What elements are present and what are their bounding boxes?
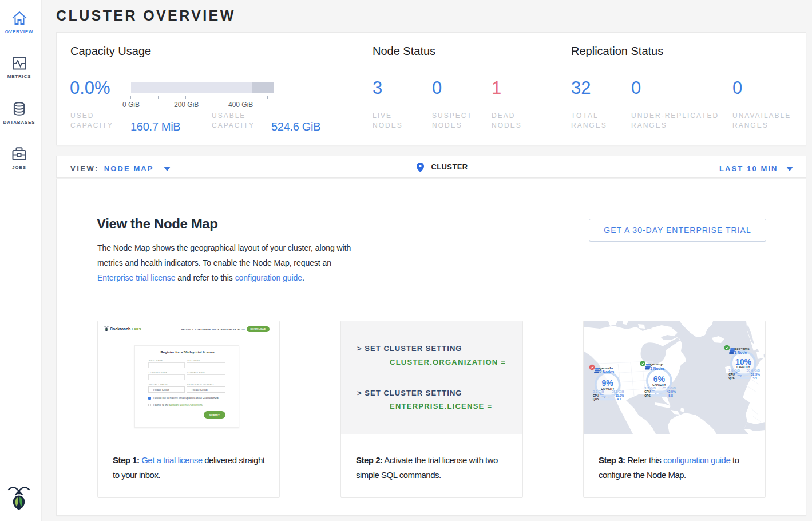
svg-text:4.7: 4.7 [617,397,621,401]
svg-text:5.8: 5.8 [668,394,673,397]
svg-text:2 Nodes: 2 Nodes [600,370,615,374]
svg-text:CPU: CPU [644,390,651,393]
svg-text:65.7 GiB: 65.7 GiB [663,386,676,390]
svg-text:52.3%: 52.3% [751,373,760,376]
svg-text:42.5%: 42.5% [667,390,676,393]
svg-text:3.6 GiB: 3.6 GiB [728,369,740,372]
svg-text:351 GiB: 351 GiB [612,390,624,393]
svg-text:CPU: CPU [593,394,599,397]
svg-text:11.0%: 11.0% [615,394,624,397]
svg-text:4.4: 4.4 [752,376,758,380]
svg-text:3.2 GiB: 3.2 GiB [593,390,604,393]
svg-text:10%: 10% [735,357,752,366]
svg-text:geo=nyc: geo=nyc [650,362,664,366]
svg-text:1 Node: 1 Node [735,350,747,354]
svg-text:geo=sfo: geo=sfo [600,366,613,370]
svg-text:QPS: QPS [728,376,735,380]
svg-text:geo=ams: geo=ams [735,347,750,350]
svg-text:6%: 6% [653,374,666,384]
svg-text:3.7 GiB: 3.7 GiB [644,386,656,390]
svg-text:9%: 9% [602,378,614,388]
svg-text:QPS: QPS [593,397,599,401]
svg-text:56.6 GiB: 56.6 GiB [747,369,760,372]
svg-text:CPU: CPU [728,373,735,376]
svg-text:2 Nodes: 2 Nodes [650,366,665,370]
svg-text:QPS: QPS [644,394,651,397]
